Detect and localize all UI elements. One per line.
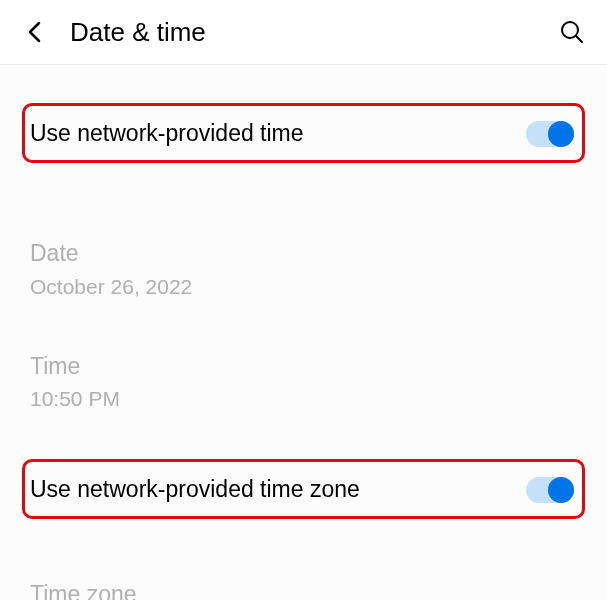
toggle-thumb xyxy=(548,121,574,147)
network-timezone-label: Use network-provided time zone xyxy=(30,476,360,503)
timezone-row: Time zone GMT+05:30 India Standard Time xyxy=(0,557,607,600)
date-value: October 26, 2022 xyxy=(30,275,577,299)
time-row: Time 10:50 PM xyxy=(0,329,607,422)
toggle-thumb xyxy=(548,477,574,503)
network-time-label: Use network-provided time xyxy=(30,120,304,147)
header: Date & time xyxy=(0,0,607,65)
spacer xyxy=(0,421,607,441)
timezone-label: Time zone xyxy=(30,577,577,600)
date-row: Date October 26, 2022 xyxy=(0,216,607,309)
spacer xyxy=(0,537,607,557)
spacer xyxy=(0,181,607,216)
time-value: 10:50 PM xyxy=(30,387,577,411)
network-time-row[interactable]: Use network-provided time xyxy=(22,103,585,163)
network-timezone-toggle[interactable] xyxy=(526,477,574,503)
network-time-toggle[interactable] xyxy=(526,121,574,147)
date-label: Date xyxy=(30,236,577,271)
content: Use network-provided time Date October 2… xyxy=(0,65,607,600)
svg-line-1 xyxy=(576,36,582,42)
spacer xyxy=(0,309,607,329)
search-icon[interactable] xyxy=(559,19,585,45)
back-icon[interactable] xyxy=(22,20,46,44)
time-label: Time xyxy=(30,349,577,384)
page-title: Date & time xyxy=(70,17,559,48)
network-timezone-row[interactable]: Use network-provided time zone xyxy=(22,459,585,519)
